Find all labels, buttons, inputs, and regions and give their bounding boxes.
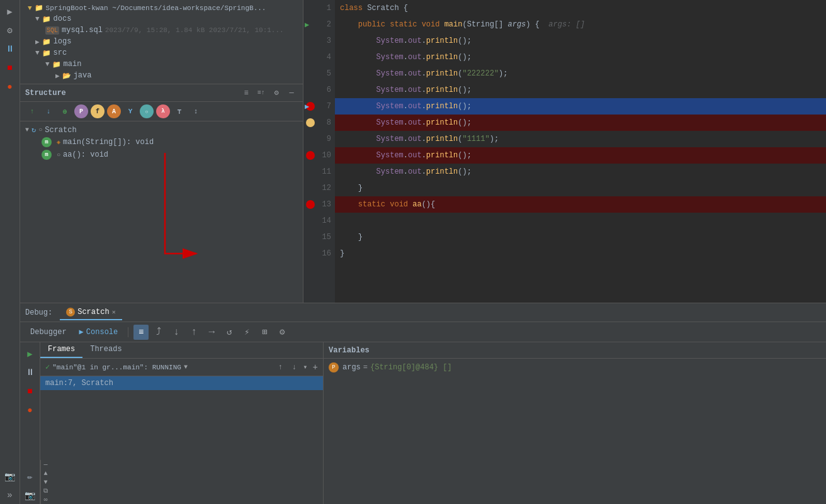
step-into-button[interactable]: ↓ (169, 325, 184, 340)
code-line-4: System.out.println(); (335, 49, 826, 65)
f-filter-icon[interactable]: f (91, 104, 105, 118)
frame-add-button[interactable]: + (313, 362, 318, 372)
code-line-12: } (335, 180, 826, 196)
frames-tab[interactable]: Frames (40, 342, 82, 358)
gutter-13[interactable]: 13 (303, 196, 335, 213)
gutter-11: 11 (303, 164, 335, 180)
struct-item-aa[interactable]: ▶ m ○ aa(): void (20, 148, 303, 161)
breakpoint-icon (306, 151, 315, 160)
expand-arrow-icon: ▶ (55, 72, 60, 80)
line-num-12: 12 (322, 184, 331, 193)
sort-asc-icon[interactable]: ↑ (25, 104, 39, 118)
circle-filter-icon[interactable]: ○ (140, 104, 154, 118)
pencil-side-button[interactable]: ✏ (21, 468, 39, 485)
frame-up-button[interactable]: ↑ (274, 361, 286, 374)
code-line-10: System.out.println(); (335, 147, 826, 164)
access-icon: ○ (57, 152, 60, 159)
stop-button[interactable]: ■ (1, 59, 19, 77)
filter1-icon[interactable]: ⊤ (173, 104, 186, 118)
run-to-cursor-button[interactable]: → (204, 325, 219, 340)
settings3-button[interactable]: ⚙ (274, 325, 290, 340)
close-panel-button[interactable]: — (285, 87, 298, 99)
frame-filter-button[interactable]: ▾ (303, 362, 307, 372)
resume-button[interactable]: ▶ (1, 3, 19, 20)
debug-frames-panel: Frames Threads ✓ "main"@1 in gr...main":… (40, 342, 324, 504)
var-equals: = (363, 363, 368, 372)
gutter-3: 3 (303, 33, 335, 49)
add-circle-icon[interactable]: ⊕ (58, 104, 72, 118)
frames-tab-label: Frames (48, 345, 75, 354)
struct-item-main[interactable]: ▶ m ◈ main(String[]): void (20, 136, 303, 148)
console-icon: ▶ (79, 327, 84, 337)
pause-side-button[interactable]: ⏸ (21, 364, 39, 381)
tree-item-logs[interactable]: ▶ 📁 logs (20, 36, 303, 47)
table-button[interactable]: ⊞ (257, 325, 272, 340)
folder-icon: 📁 (42, 38, 51, 46)
tree-item-src[interactable]: ▼ 📁 src (20, 47, 303, 59)
scroll-copy-button[interactable]: ⧉ (42, 486, 50, 495)
frame-item-main7[interactable]: main:7, Scratch (40, 376, 323, 390)
debug-tab-scratch[interactable]: S Scratch ✕ (60, 305, 122, 320)
refresh-button[interactable]: ↺ (222, 325, 237, 340)
debug-tab-bar: Debug: S Scratch ✕ (20, 303, 826, 322)
var-item-args[interactable]: P args = {String[0]@484} [] (329, 361, 821, 374)
sort-type-button[interactable]: ≡↑ (255, 87, 268, 99)
debug-side-button[interactable]: ● (21, 401, 39, 419)
pause-button[interactable]: ⏸ (1, 40, 19, 58)
sort-desc-icon[interactable]: ↓ (42, 104, 55, 118)
y-filter-icon[interactable]: Y (123, 104, 137, 118)
debug-variables-panel: Variables P args = {String[0]@484} [] (324, 342, 826, 504)
code-lines[interactable]: class Scratch { public static void main(… (335, 0, 826, 303)
var-value-label: {String[0]@484} [] (370, 363, 452, 372)
settings-button[interactable]: ⚙ (270, 87, 283, 99)
stop-side-button[interactable]: ■ (21, 383, 39, 400)
settings-button[interactable]: ⚙ (1, 21, 19, 39)
sort-alpha-button[interactable]: ≡ (240, 87, 252, 99)
tree-item-label: java (74, 71, 92, 80)
struct-item-scratch[interactable]: ▼ ↻ ○ Scratch (20, 124, 303, 136)
gutter-10[interactable]: 10 (303, 147, 335, 164)
close-tab-button[interactable]: ✕ (112, 308, 116, 316)
frame-down-button[interactable]: ↓ (288, 361, 300, 374)
resume-side-button[interactable]: ▶ (21, 345, 39, 362)
threads-tab-label: Threads (90, 345, 122, 354)
variables-title: Variables (329, 346, 370, 355)
line-num-5: 5 (327, 69, 331, 78)
variables-list: P args = {String[0]@484} [] (324, 359, 826, 504)
line-num-15: 15 (322, 233, 331, 242)
expand-button[interactable]: » (1, 486, 19, 504)
code-line-2: public static void main(String[] args) {… (335, 16, 826, 33)
debug-tab-label: Scratch (77, 308, 109, 316)
tab-debugger[interactable]: Debugger (25, 327, 72, 338)
code-editor[interactable]: 1 ▶ 2 3 4 5 6 ▶ 7 (303, 0, 826, 303)
step-out-button[interactable]: ↑ (186, 325, 201, 340)
scroll-down-button[interactable]: ▼ (42, 478, 50, 486)
struct-method-label: aa(): void (63, 150, 108, 159)
scroll-up-button[interactable]: ▲ (42, 469, 50, 478)
p-filter-icon[interactable]: P (74, 104, 88, 118)
lambda-filter-icon[interactable]: λ (156, 104, 170, 118)
gutter-7[interactable]: ▶ 7 (303, 98, 335, 115)
thread-dropdown-icon[interactable]: ▼ (184, 364, 188, 371)
tree-item-docs[interactable]: ▼ 📁 docs (20, 13, 303, 25)
tree-item-java[interactable]: ▶ 📂 java (20, 70, 303, 81)
evaluate-button[interactable]: ⚡ (239, 325, 254, 340)
filter2-icon[interactable]: ↕ (189, 104, 203, 118)
debug-button[interactable]: ● (1, 78, 19, 96)
tree-item-label: mysql.sql (62, 26, 103, 35)
camera-button[interactable]: 📷 (1, 468, 19, 485)
scroll-infinity-button[interactable]: ∞ (42, 495, 50, 504)
camera-side-button[interactable]: 📷 (21, 486, 39, 504)
hamburger-button[interactable]: ≡ (133, 325, 149, 340)
run-arrow-green-icon: ▶ (305, 20, 309, 30)
tree-item-mysql[interactable]: SQL mysql.sql 2023/7/9, 15:28, 1.84 kB 2… (20, 25, 303, 36)
threads-tab[interactable]: Threads (82, 342, 129, 358)
step-over-button[interactable]: ⤴ (151, 325, 166, 340)
a-filter-icon[interactable]: A (107, 104, 121, 118)
tree-item-springboot[interactable]: ▼ 📁 SpringBoot-kwan ~/Documents/idea-wor… (20, 3, 303, 13)
tab-console[interactable]: ▶ Console (74, 326, 123, 338)
scroll-minus-button[interactable]: — (42, 460, 50, 469)
expand-arrow-icon: ▶ (35, 138, 39, 146)
gutter-8[interactable]: 8 (303, 115, 335, 131)
tree-item-main[interactable]: ▼ 📁 main (20, 59, 303, 70)
